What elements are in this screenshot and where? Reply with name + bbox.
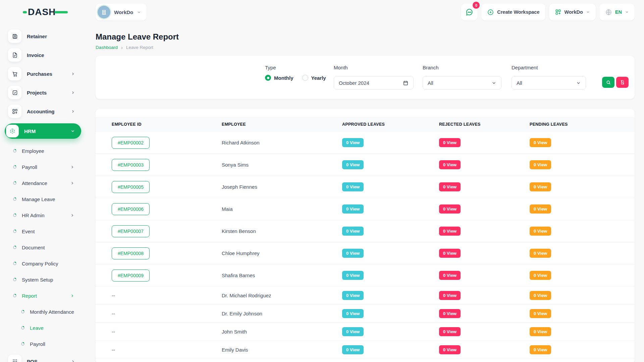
sidebar-item-manage-leave[interactable]: Manage Leave xyxy=(0,191,87,207)
sidebar-item-purchases[interactable]: Purchases xyxy=(0,64,87,83)
chevron-right-icon xyxy=(70,165,74,169)
approved-leaves-badge[interactable]: 0 View xyxy=(342,227,364,236)
approved-leaves-badge[interactable]: 0 View xyxy=(342,138,364,147)
leave-report-table: EMPLOYEE ID EMPLOYEE APPROVED LEAVES REJ… xyxy=(96,109,635,362)
calendar-icon[interactable] xyxy=(403,80,409,86)
breadcrumb-dashboard-link[interactable]: Dashboard xyxy=(96,45,118,50)
sidebar-item-system-setup[interactable]: System Setup xyxy=(0,272,87,288)
pending-leaves-badge[interactable]: 0 View xyxy=(530,291,551,300)
sidebar-item-label: Retainer xyxy=(27,34,47,39)
rejected-leaves-badge[interactable]: 0 View xyxy=(439,204,461,214)
rejected-leaves-badge[interactable]: 0 View xyxy=(439,345,461,354)
employee-name: Kirsten Benson xyxy=(222,228,342,234)
sidebar-item-report-payroll[interactable]: Payroll xyxy=(0,336,87,352)
pending-leaves-badge[interactable]: 0 View xyxy=(530,249,551,258)
pending-leaves-badge[interactable]: 0 View xyxy=(530,182,551,191)
create-workspace-button[interactable]: Create Workspace xyxy=(481,4,545,20)
rejected-leaves-badge[interactable]: 0 View xyxy=(439,327,461,336)
breadcrumb-current: Leave Report xyxy=(126,45,153,50)
employee-id-button[interactable]: #EMP00008 xyxy=(112,247,150,259)
sidebar-item-attendance[interactable]: Attendance xyxy=(0,175,87,191)
approved-leaves-badge[interactable]: 0 View xyxy=(342,345,364,354)
sidebar-item-event[interactable]: Event xyxy=(0,223,87,239)
pending-leaves-badge[interactable]: 0 View xyxy=(530,160,551,169)
sidebar-item-hrm-active[interactable]: HRM xyxy=(5,123,81,139)
pending-leaves-badge[interactable]: 0 View xyxy=(530,271,551,280)
reset-filter-button[interactable] xyxy=(616,77,629,88)
rejected-leaves-badge[interactable]: 0 View xyxy=(439,227,461,236)
workspace-menu-button[interactable]: WorkDo xyxy=(549,4,596,20)
approved-leaves-badge[interactable]: 0 View xyxy=(342,182,364,191)
sidebar-item-leave-active[interactable]: Leave xyxy=(0,320,87,336)
employee-id-cell: -- xyxy=(112,347,222,353)
sidebar-item-company-policy[interactable]: Company Policy xyxy=(0,255,87,272)
approved-leaves-badge[interactable]: 0 View xyxy=(342,249,364,258)
type-label: Type xyxy=(265,65,276,70)
radio-selected-icon[interactable] xyxy=(265,75,271,81)
sidebar-item-label: Accounting xyxy=(27,109,55,114)
sidebar-item-label: HR Admin xyxy=(22,213,45,218)
rejected-leaves-badge[interactable]: 0 View xyxy=(439,291,461,300)
sidebar-item-payroll[interactable]: Payroll xyxy=(0,159,87,175)
sidebar-item-label: Document xyxy=(22,245,45,250)
rejected-leaves-badge[interactable]: 0 View xyxy=(439,309,461,318)
sidebar-item-employee[interactable]: Employee xyxy=(0,143,87,159)
employee-id-button[interactable]: #EMP00003 xyxy=(112,159,150,171)
pending-leaves-badge[interactable]: 0 View xyxy=(530,345,551,354)
approved-leaves-badge[interactable]: 0 View xyxy=(342,160,364,169)
bullet-icon xyxy=(13,229,17,233)
pending-leaves-badge[interactable]: 0 View xyxy=(530,327,551,336)
messages-button[interactable]: 0 xyxy=(461,4,478,20)
approved-leaves-badge[interactable]: 0 View xyxy=(342,291,364,300)
pending-leaves-badge[interactable]: 0 View xyxy=(530,227,551,236)
approved-leaves-badge[interactable]: 0 View xyxy=(342,204,364,214)
search-button[interactable] xyxy=(602,77,614,88)
employee-name: Richard Atkinson xyxy=(222,140,342,145)
sidebar-item-pos[interactable]: POS xyxy=(0,352,87,362)
employee-id-button[interactable]: #EMP00006 xyxy=(112,203,150,215)
employee-id-cell: #EMP00007 xyxy=(112,225,222,237)
approved-leaves-badge[interactable]: 0 View xyxy=(342,309,364,318)
sidebar-item-accounting[interactable]: Accounting xyxy=(0,102,87,121)
pending-leaves-badge[interactable]: 0 View xyxy=(530,138,551,147)
sidebar-item-retainer[interactable]: Retainer xyxy=(0,27,87,46)
rejected-leaves-badge[interactable]: 0 View xyxy=(439,249,461,258)
radio-unselected-icon[interactable] xyxy=(302,75,308,81)
branch-select[interactable]: All xyxy=(423,76,501,89)
employee-id-button[interactable]: #EMP00009 xyxy=(112,269,150,282)
employee-id-button[interactable]: #EMP00002 xyxy=(112,137,150,149)
sidebar-item-report-active[interactable]: Report xyxy=(0,288,87,304)
pending-leaves-badge[interactable]: 0 View xyxy=(530,309,551,318)
employee-id-button[interactable]: #EMP00005 xyxy=(112,181,150,193)
employee-id-button[interactable]: #EMP00007 xyxy=(112,225,150,237)
sidebar-item-invoice[interactable]: Invoice xyxy=(0,46,87,64)
employee-name: Sonya Sims xyxy=(222,162,342,168)
sidebar-item-hr-admin[interactable]: HR Admin xyxy=(0,207,87,223)
cart-icon xyxy=(8,67,21,80)
employee-name: John Smith xyxy=(222,329,342,335)
radio-yearly[interactable]: Yearly xyxy=(302,75,326,81)
chevron-down-icon xyxy=(70,129,75,133)
col-employee: EMPLOYEE xyxy=(222,122,342,127)
month-input[interactable] xyxy=(339,80,392,86)
workspace-selector[interactable]: WorkDo xyxy=(96,4,147,20)
approved-leaves-badge[interactable]: 0 View xyxy=(342,271,364,280)
rejected-leaves-badge[interactable]: 0 View xyxy=(439,138,461,147)
employee-id-cell: -- xyxy=(112,311,222,316)
pending-leaves-badge[interactable]: 0 View xyxy=(530,204,551,214)
radio-monthly[interactable]: Monthly xyxy=(265,75,293,81)
department-select[interactable]: All xyxy=(512,76,586,89)
sidebar-item-label: System Setup xyxy=(22,277,53,283)
month-picker[interactable] xyxy=(334,76,414,89)
rejected-leaves-badge[interactable]: 0 View xyxy=(439,271,461,280)
language-selector[interactable]: EN xyxy=(599,4,635,20)
approved-leaves-badge[interactable]: 0 View xyxy=(342,327,364,336)
rejected-leaves-badge[interactable]: 0 View xyxy=(439,182,461,191)
sidebar-item-document[interactable]: Document xyxy=(0,239,87,255)
main-content: Manage Leave Report Dashboard › Leave Re… xyxy=(96,24,635,362)
sidebar-item-monthly-attendance[interactable]: Monthly Attendance xyxy=(0,304,87,320)
sidebar-item-projects[interactable]: Projects xyxy=(0,83,87,102)
rejected-leaves-badge[interactable]: 0 View xyxy=(439,160,461,169)
employee-id-cell: #EMP00006 xyxy=(112,203,222,215)
col-pending-leaves: PENDING LEAVES xyxy=(530,122,635,127)
